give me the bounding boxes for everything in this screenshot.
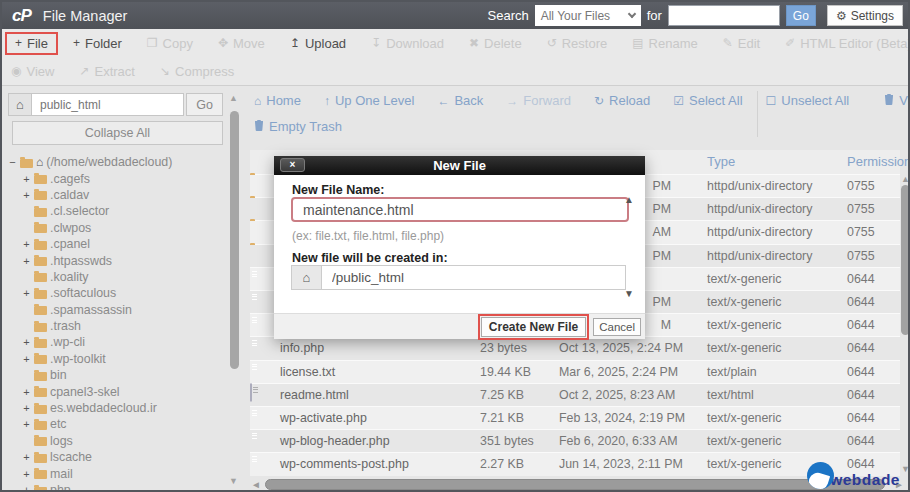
new-file-name-input[interactable] [291,197,629,222]
cancel-button[interactable]: Cancel [593,318,641,336]
compress-button-label: Compress [175,64,234,79]
sidebar-scrollbar-thumb[interactable] [230,111,239,369]
table-row[interactable]: readme.html 7.25 KB Oct 2, 2025, 8:23 AM… [250,383,900,406]
nav-view-trash[interactable]: View Trash [884,93,910,108]
table-row[interactable]: wp-activate.php 7.21 KB Feb 13, 2024, 2:… [250,406,900,429]
tree-item[interactable]: +.wp-cli [8,334,224,350]
expand-toggle[interactable]: + [22,418,31,430]
close-button[interactable]: × [280,158,305,172]
tree-item[interactable]: bin [8,367,224,383]
expand-toggle[interactable]: + [22,484,31,492]
expand-toggle[interactable]: + [22,353,31,365]
tree-item[interactable]: +.caldav [8,187,224,203]
expand-toggle[interactable]: + [22,287,31,299]
tree-item[interactable]: +.htpasswds [8,252,224,268]
sidebar-scroll-up-arrow[interactable]: ▲ [229,93,238,103]
modal-scroll-down-arrow[interactable]: ▼ [624,288,634,299]
sidebar-home-button[interactable]: ⌂ [8,93,32,116]
tree-root-item[interactable]: − ⌂ (/home/webdadecloud) [8,154,224,170]
nav-up-one-level[interactable]: ↑ Up One Level [324,93,415,108]
tree-item[interactable]: +cpanel3-skel [8,383,224,399]
tree-item[interactable]: logs [8,433,224,449]
tree-item[interactable]: +php [8,482,224,492]
search-scope-value: All Your Files [541,9,610,23]
cell-type: text/x-generic [707,268,781,291]
tree-item[interactable]: +etc [8,416,224,432]
modal-header: New File × [274,156,645,175]
search-go-button[interactable]: Go [786,5,816,26]
for-label: for [647,8,662,23]
expand-toggle[interactable]: + [22,336,31,348]
nav-reload[interactable]: ↻ Reload [594,93,650,108]
nav-empty-trash[interactable]: Empty Trash [254,119,342,134]
collapse-toggle[interactable]: − [8,156,17,168]
tree-item[interactable]: +mail [8,465,224,481]
tree-item[interactable]: .cl.selector [8,203,224,219]
cell-type: text/x-generic [707,337,781,360]
expand-toggle[interactable]: + [22,468,31,480]
table-row[interactable]: wp-blog-header.php 351 bytes Feb 6, 2020… [250,429,900,452]
nav-back[interactable]: ← Back [437,93,483,108]
table-vertical-scrollbar-thumb[interactable] [901,185,910,335]
folder-icon [34,454,47,463]
tree-item[interactable]: +.cpanel [8,236,224,252]
sidebar-go-button[interactable]: Go [186,93,223,116]
folder-icon [34,355,47,364]
modal-scroll-up-arrow[interactable]: ▲ [624,194,634,205]
cell-permissions: 0755 [847,245,875,268]
expand-toggle[interactable]: + [22,189,31,201]
expand-toggle[interactable]: + [22,255,31,267]
expand-toggle[interactable]: + [22,386,31,398]
search-input[interactable] [668,5,780,26]
table-row[interactable]: info.php 23 bytes Oct 13, 2025, 2:24 PM … [250,336,900,359]
table-scroll-up-arrow[interactable]: ▲ [901,174,910,184]
path-input[interactable] [321,265,626,290]
settings-button[interactable]: ⚙ Settings [827,5,903,26]
edit-button: ✎ Edit [721,33,762,54]
page-title: File Manager [43,8,128,24]
table-scroll-down-arrow[interactable]: ▼ [901,464,910,474]
sidebar-path-input[interactable] [31,93,184,116]
webdade-logo-icon [807,462,834,489]
nav-unselect-all[interactable]: ☐ Unselect All [766,93,850,108]
table-row[interactable]: wp-comments-post.php 2.27 KB Jun 14, 202… [250,452,900,475]
sidebar-scroll-down-arrow[interactable]: ▼ [229,476,238,486]
cell-size: 2.27 KB [480,453,524,476]
upload-button[interactable]: ↥ Upload [288,33,348,54]
expand-toggle[interactable]: + [22,238,31,250]
cell-permissions: 0644 [847,291,875,314]
create-new-file-button[interactable]: Create New File [481,317,586,337]
search-area: Search All Your Files for Go ⚙ Settings [488,5,904,26]
cell-permissions: 0644 [847,337,875,360]
restore-button: ↺ Restore [545,33,610,54]
tree-item-label: etc [50,417,67,431]
folder-icon [34,437,47,446]
tree-item[interactable]: +.softaculous [8,285,224,301]
tree-item[interactable]: .clwpos [8,220,224,236]
tree-item[interactable]: +.cagefs [8,170,224,186]
table-horizontal-scrollbar-thumb[interactable] [265,479,885,490]
tree-item[interactable]: +lscache [8,449,224,465]
expand-toggle[interactable]: + [22,173,31,185]
file-button[interactable]: + File [5,32,58,55]
search-scope-select[interactable]: All Your Files [535,5,641,26]
table-row[interactable]: license.txt 19.44 KB Mar 6, 2025, 2:24 P… [250,360,900,383]
folder-icon [34,191,47,200]
collapse-all-button[interactable]: Collapse All [12,121,223,145]
nav-home[interactable]: ⌂ Home [254,93,301,108]
expand-toggle[interactable]: + [22,402,31,414]
tree-item[interactable]: .koality [8,269,224,285]
tree-item-label: .htpasswds [50,254,112,268]
tree-item[interactable]: .spamassassin [8,302,224,318]
path-home-button[interactable]: ⌂ [291,265,321,290]
tree-item[interactable]: .trash [8,318,224,334]
column-header-permissions[interactable]: Permissions [847,150,910,174]
table-scroll-left-arrow[interactable]: ◄ [251,479,261,490]
tree-item[interactable]: +es.webdadecloud.ir [8,400,224,416]
expand-toggle[interactable]: + [22,451,31,463]
folder-button[interactable]: + Folder [71,33,124,54]
column-header-type[interactable]: Type [707,150,735,174]
nav-select-all[interactable]: ☑ Select All [673,93,742,108]
folder-icon [34,241,47,250]
tree-item[interactable]: +.wp-toolkit [8,351,224,367]
